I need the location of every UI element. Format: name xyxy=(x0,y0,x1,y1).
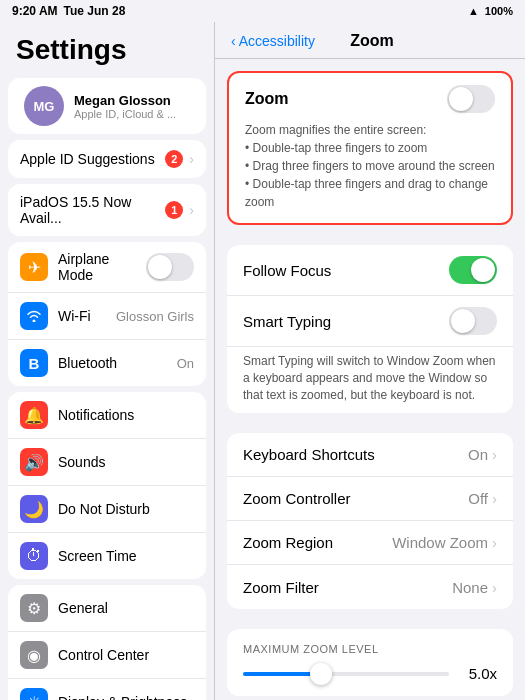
apple-id-banner[interactable]: Apple ID Suggestions 2 › xyxy=(8,140,206,178)
zoom-bullet-1: Double-tap three fingers to zoom xyxy=(245,139,495,157)
chevron-icon: › xyxy=(492,490,497,507)
slider-value: 5.0x xyxy=(461,665,497,682)
status-bar: 9:20 AM Tue Jun 28 ▲ 100% xyxy=(0,0,525,22)
slider-row: 5.0x xyxy=(243,665,497,682)
displaybrightness-icon: ☀ xyxy=(20,688,48,700)
profile-item[interactable]: MG Megan Glosson Apple ID, iCloud & ... xyxy=(8,78,206,134)
follow-focus-toggle[interactable] xyxy=(449,256,497,284)
detail-title: Zoom xyxy=(315,32,429,50)
sidebar-item-controlcenter[interactable]: ◉ Control Center xyxy=(8,632,206,679)
notifications-icon: 🔔 xyxy=(20,401,48,429)
chevron-icon: › xyxy=(492,579,497,596)
profile-name: Megan Glosson xyxy=(74,93,190,108)
sidebar-item-airplane[interactable]: ✈ Airplane Mode xyxy=(8,242,206,293)
ipados-badge: 1 xyxy=(165,201,183,219)
sidebar-item-label: Do Not Disturb xyxy=(58,501,194,517)
sidebar-item-sounds[interactable]: 🔊 Sounds xyxy=(8,439,206,486)
sidebar-section-notifications: 🔔 Notifications 🔊 Sounds 🌙 Do Not Distur… xyxy=(8,392,206,579)
sidebar-item-label: Display & Brightness xyxy=(58,694,194,700)
slider-track xyxy=(243,672,449,676)
apple-id-label: Apple ID Suggestions xyxy=(20,151,165,167)
sidebar-item-screentime[interactable]: ⏱ Screen Time xyxy=(8,533,206,579)
sidebar-item-general[interactable]: ⚙ General xyxy=(8,585,206,632)
detail-header: ‹ Accessibility Zoom xyxy=(215,22,525,59)
bluetooth-icon: B xyxy=(20,349,48,377)
screentime-icon: ⏱ xyxy=(20,542,48,570)
keyboard-shortcuts-label: Keyboard Shortcuts xyxy=(243,446,458,463)
sidebar-item-wifi[interactable]: Wi-Fi Glosson Girls xyxy=(8,293,206,340)
wifi-icon xyxy=(20,302,48,330)
avatar: MG xyxy=(24,86,64,126)
sidebar-item-label: Control Center xyxy=(58,647,194,663)
donotdisturb-icon: 🌙 xyxy=(20,495,48,523)
apple-id-badge: 2 xyxy=(165,150,183,168)
ipados-label: iPadOS 15.5 Now Avail... xyxy=(20,194,165,226)
zoom-level-section: Maximum Zoom Level 5.0x xyxy=(227,629,513,696)
back-button[interactable]: ‹ Accessibility xyxy=(231,33,315,49)
chevron-icon: › xyxy=(189,151,194,167)
chevron-icon: › xyxy=(492,446,497,463)
controlcenter-icon: ◉ xyxy=(20,641,48,669)
ipados-banner[interactable]: iPadOS 15.5 Now Avail... 1 › xyxy=(8,184,206,236)
detail-panel: ‹ Accessibility Zoom Zoom Zoom magnifies… xyxy=(215,22,525,700)
sidebar-item-label: Airplane Mode xyxy=(58,251,136,283)
main-container: Settings MG Megan Glosson Apple ID, iClo… xyxy=(0,22,525,700)
smart-typing-note: Smart Typing will switch to Window Zoom … xyxy=(227,347,513,413)
status-time: 9:20 AM xyxy=(12,4,58,18)
detail-content: Zoom Zoom magnifies the entire screen: D… xyxy=(215,59,525,700)
zoom-settings-section: Keyboard Shortcuts On › Zoom Controller … xyxy=(227,433,513,609)
zoom-header-row: Zoom xyxy=(245,85,495,113)
zoom-controller-label: Zoom Controller xyxy=(243,490,458,507)
sidebar-title: Settings xyxy=(0,22,214,74)
back-label: Accessibility xyxy=(239,33,315,49)
chevron-icon: › xyxy=(189,202,194,218)
wifi-icon: ▲ xyxy=(468,5,479,17)
smart-typing-row: Smart Typing xyxy=(227,296,513,347)
slider-thumb[interactable] xyxy=(310,663,332,685)
zoom-bullet-3: Double-tap three fingers and drag to cha… xyxy=(245,175,495,211)
sidebar-item-bluetooth[interactable]: B Bluetooth On xyxy=(8,340,206,386)
keyboard-shortcuts-row[interactable]: Keyboard Shortcuts On › xyxy=(227,433,513,477)
sidebar-item-label: Screen Time xyxy=(58,548,194,564)
chevron-icon: › xyxy=(492,534,497,551)
bluetooth-value: On xyxy=(177,356,194,371)
zoom-bullets: Double-tap three fingers to zoom Drag th… xyxy=(245,139,495,211)
airplane-icon: ✈ xyxy=(20,253,48,281)
general-icon: ⚙ xyxy=(20,594,48,622)
zoom-filter-value: None › xyxy=(452,579,497,596)
zoom-toggle[interactable] xyxy=(447,85,495,113)
focus-typing-section: Follow Focus Smart Typing Smart Typing w… xyxy=(227,245,513,413)
sounds-icon: 🔊 xyxy=(20,448,48,476)
zoom-controller-value: Off › xyxy=(468,490,497,507)
sidebar-item-label: Wi-Fi xyxy=(58,308,106,324)
wifi-value: Glosson Girls xyxy=(116,309,194,324)
zoom-controller-row[interactable]: Zoom Controller Off › xyxy=(227,477,513,521)
zoom-desc-text: Zoom magnifies the entire screen: xyxy=(245,123,426,137)
profile-sub: Apple ID, iCloud & ... xyxy=(74,108,190,120)
smart-typing-label: Smart Typing xyxy=(243,313,439,330)
zoom-section: Zoom Zoom magnifies the entire screen: D… xyxy=(227,71,513,225)
airplane-toggle[interactable] xyxy=(146,253,194,281)
zoom-description: Zoom magnifies the entire screen: Double… xyxy=(245,121,495,211)
sidebar-item-label: Bluetooth xyxy=(58,355,167,371)
zoom-region-label: Zoom Region xyxy=(243,534,382,551)
keyboard-shortcuts-value: On › xyxy=(468,446,497,463)
zoom-region-value: Window Zoom › xyxy=(392,534,497,551)
zoom-bullet-2: Drag three fingers to move around the sc… xyxy=(245,157,495,175)
sidebar-item-donotdisturb[interactable]: 🌙 Do Not Disturb xyxy=(8,486,206,533)
sidebar-section-connectivity: ✈ Airplane Mode Wi-Fi Glosson Girls B Bl… xyxy=(8,242,206,386)
sidebar-section-system: ⚙ General ◉ Control Center ☀ Display & B… xyxy=(8,585,206,700)
profile-info: Megan Glosson Apple ID, iCloud & ... xyxy=(74,93,190,120)
sidebar-item-displaybrightness[interactable]: ☀ Display & Brightness xyxy=(8,679,206,700)
zoom-filter-label: Zoom Filter xyxy=(243,579,442,596)
zoom-region-row[interactable]: Zoom Region Window Zoom › xyxy=(227,521,513,565)
smart-typing-toggle[interactable] xyxy=(449,307,497,335)
follow-focus-label: Follow Focus xyxy=(243,262,439,279)
slider-section-label: Maximum Zoom Level xyxy=(243,643,497,655)
zoom-filter-row[interactable]: Zoom Filter None › xyxy=(227,565,513,609)
sidebar-item-label: Sounds xyxy=(58,454,194,470)
sidebar-item-notifications[interactable]: 🔔 Notifications xyxy=(8,392,206,439)
sidebar: Settings MG Megan Glosson Apple ID, iClo… xyxy=(0,22,215,700)
sidebar-item-label: General xyxy=(58,600,194,616)
battery-text: 100% xyxy=(485,5,513,17)
